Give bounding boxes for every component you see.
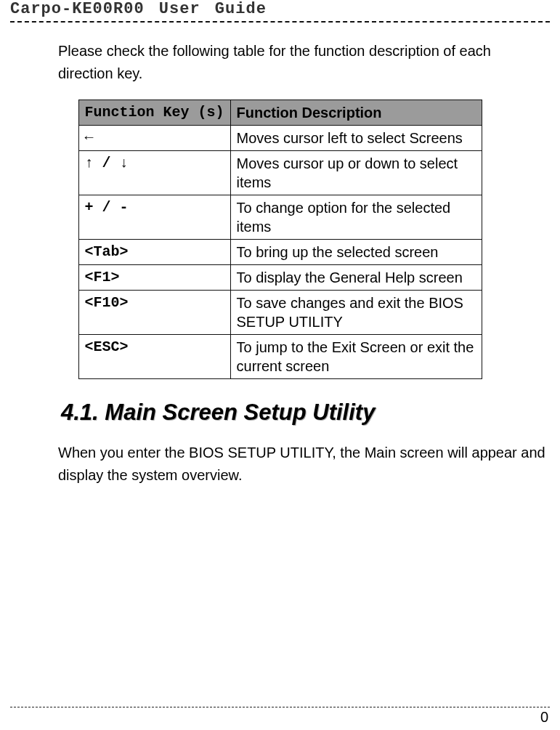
section-body: When you enter the BIOS SETUP UTILITY, t… [58, 442, 550, 487]
intro-paragraph: Please check the following table for the… [10, 40, 550, 85]
table-header-key: Function Key (s) [78, 100, 230, 126]
cell-key: <F1> [78, 265, 230, 291]
page-number: 0 [10, 709, 550, 726]
table-header-desc: Function Description [230, 100, 482, 126]
table-row: <ESC> To jump to the Exit Screen or exit… [78, 335, 482, 379]
cell-key: <ESC> [78, 335, 230, 379]
cell-desc: To change option for the selected items [230, 195, 482, 240]
cell-key: + / - [78, 195, 230, 240]
cell-desc: To display the General Help screen [230, 265, 482, 291]
table-header-row: Function Key (s) Function Description [78, 100, 482, 126]
header-divider [10, 21, 550, 23]
cell-key: <F10> [78, 291, 230, 335]
cell-key: <Tab> [78, 240, 230, 265]
table-row: <F1> To display the General Help screen [78, 265, 482, 291]
cell-desc: Moves cursor left to select Screens [230, 126, 482, 151]
table-row: <Tab> To bring up the selected screen [78, 240, 482, 265]
table-row: ← Moves cursor left to select Screens [78, 126, 482, 151]
footer-divider [10, 707, 550, 707]
cell-key: ↑ / ↓ [78, 151, 230, 195]
cell-key: ← [78, 126, 230, 151]
function-key-table: Function Key (s) Function Description ← … [78, 100, 482, 379]
page-container: Carpo-KE00R00 User Guide Please check th… [0, 0, 560, 730]
document-header: Carpo-KE00R00 User Guide [10, 0, 550, 21]
section-heading: 4.1. Main Screen Setup Utility [61, 400, 550, 426]
cell-desc: To save changes and exit the BIOS SETUP … [230, 291, 482, 335]
table-row: ↑ / ↓ Moves cursor up or down to select … [78, 151, 482, 195]
cell-desc: To jump to the Exit Screen or exit the c… [230, 335, 482, 379]
table-row: <F10> To save changes and exit the BIOS … [78, 291, 482, 335]
cell-desc: To bring up the selected screen [230, 240, 482, 265]
cell-desc: Moves cursor up or down to select items [230, 151, 482, 195]
table-row: + / - To change option for the selected … [78, 195, 482, 240]
page-footer: 0 [10, 707, 550, 726]
